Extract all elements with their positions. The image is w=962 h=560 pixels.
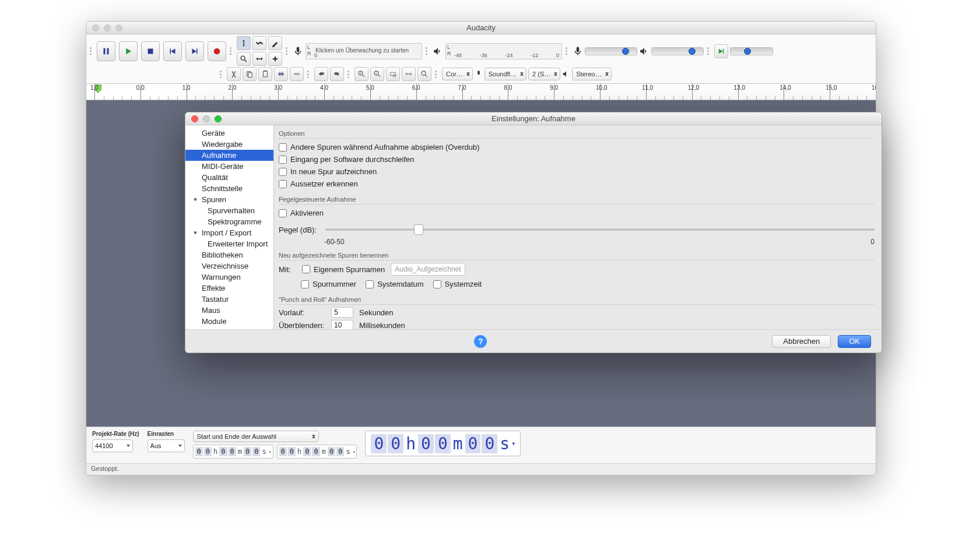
naming-own-check[interactable]: Eigenem Spurnamen xyxy=(302,263,385,276)
naming-name-input[interactable]: Audio_Aufgezeichnet xyxy=(391,263,465,276)
ok-button[interactable]: OK xyxy=(838,335,871,348)
zoom-window-icon[interactable] xyxy=(215,115,222,122)
record-meter[interactable]: LR Klicken um Überwachung zu starten 0 xyxy=(306,43,422,59)
svg-line-24 xyxy=(362,75,364,77)
svg-rect-7 xyxy=(196,48,198,54)
minimize-window-icon[interactable] xyxy=(104,24,111,31)
cut-button[interactable] xyxy=(227,67,241,81)
sidebar-item-import-export[interactable]: Import / Export xyxy=(185,227,273,238)
sidebar-item-erweiterter-import[interactable]: Erweiterter Import xyxy=(185,238,273,249)
pause-button[interactable] xyxy=(97,41,115,61)
option-overdub[interactable]: Andere Spuren während Aufnahme abspielen… xyxy=(279,141,875,153)
sidebar-item-midi-ger-te[interactable]: MIDI-Geräte xyxy=(185,161,273,172)
zoom-tool[interactable] xyxy=(237,52,251,66)
svg-line-10 xyxy=(244,59,247,62)
copy-icon xyxy=(245,70,254,78)
play-button[interactable] xyxy=(119,41,138,61)
zoom-sel-icon xyxy=(389,70,397,78)
stop-button[interactable] xyxy=(141,41,160,61)
input-device-select[interactable]: Soundfl… xyxy=(484,68,526,80)
timeline-ruler[interactable]: 1,00,01,02,03,04,05,06,07,08,09,010,011,… xyxy=(86,84,876,100)
zoom-fit-button[interactable] xyxy=(402,67,416,81)
zoom-sel-button[interactable] xyxy=(386,67,400,81)
record-icon xyxy=(212,46,222,57)
multi-tool[interactable] xyxy=(268,52,282,66)
option-new-track[interactable]: In neue Spur aufzeichnen xyxy=(279,165,875,178)
selection-tool[interactable] xyxy=(237,36,251,50)
naming-tracknum-check[interactable]: Spurnummer xyxy=(301,278,356,290)
sidebar-item-maus[interactable]: Maus xyxy=(185,305,273,316)
sidebar-item-warnungen[interactable]: Warnungen xyxy=(185,272,273,283)
sidebar-item-wiedergabe[interactable]: Wiedergabe xyxy=(185,139,273,150)
play-meter[interactable]: LR -48 -36 -24 -12 0 xyxy=(445,43,562,59)
output-device-select[interactable]: Stereo… xyxy=(572,68,611,80)
audio-host-select[interactable]: Cor… xyxy=(442,68,473,80)
silence-button[interactable] xyxy=(290,67,304,81)
input-channels-select[interactable]: 2 (S… xyxy=(528,68,560,80)
sidebar-item-bibliotheken[interactable]: Bibliotheken xyxy=(185,249,273,260)
play-at-speed-button[interactable] xyxy=(714,44,728,58)
selection-mode-select[interactable]: Start und Ende der Auswahl xyxy=(193,431,319,442)
sidebar-item-tastatur[interactable]: Tastatur xyxy=(185,294,273,305)
trim-button[interactable] xyxy=(274,67,288,81)
draw-tool[interactable] xyxy=(268,36,282,50)
selection-end-time[interactable]: 00h 00m 00s▾ xyxy=(277,445,357,459)
zoom-toggle-icon xyxy=(420,70,429,78)
sidebar-item-module[interactable]: Module xyxy=(185,316,273,327)
snap-select[interactable]: Aus xyxy=(148,439,185,452)
sidebar-item-schnittstelle[interactable]: Schnittstelle xyxy=(185,183,273,194)
zoom-toggle-button[interactable] xyxy=(417,67,431,81)
skip-start-button[interactable] xyxy=(163,41,182,61)
zoom-in-button[interactable] xyxy=(354,67,368,81)
level-enable-check[interactable]: Aktivieren xyxy=(279,207,875,219)
envelope-tool[interactable] xyxy=(252,36,266,50)
sidebar-item-spektrogramme[interactable]: Spektrogramme xyxy=(185,216,273,227)
level-slider[interactable] xyxy=(325,224,875,235)
skip-end-button[interactable] xyxy=(185,41,204,61)
sidebar-item-ger-te[interactable]: Geräte xyxy=(185,128,273,139)
record-volume-slider[interactable] xyxy=(585,47,637,55)
redo-button[interactable] xyxy=(330,67,344,81)
prefs-content: Optionen Andere Spuren während Aufnahme … xyxy=(274,125,882,329)
paste-button[interactable] xyxy=(258,67,272,81)
cancel-button[interactable]: Abbrechen xyxy=(772,335,831,348)
naming-sysdate-check[interactable]: Systemdatum xyxy=(366,278,423,290)
playback-volume-slider[interactable] xyxy=(651,47,704,55)
audio-position-display[interactable]: 00h 00m 00s▾ xyxy=(365,431,521,456)
naming-systime-check[interactable]: Systemzeit xyxy=(433,278,482,290)
crossfade-input[interactable]: 10 xyxy=(331,320,353,329)
help-button[interactable]: ? xyxy=(474,335,487,348)
dialog-title: Einstellungen: Aufnahme xyxy=(185,114,882,123)
zoom-window-icon[interactable] xyxy=(115,24,122,31)
project-rate-input[interactable]: 44100 xyxy=(92,439,133,452)
close-window-icon[interactable] xyxy=(92,24,99,31)
zoom-out-icon xyxy=(373,70,381,78)
sidebar-item-verzeichnisse[interactable]: Verzeichnisse xyxy=(185,260,273,272)
sidebar-item-qualit-t[interactable]: Qualität xyxy=(185,172,273,183)
paste-icon xyxy=(261,70,269,78)
section-punch-title: "Punch and Roll" Aufnahmen xyxy=(279,294,875,305)
selection-start-time[interactable]: 00h 00m 00s▾ xyxy=(193,445,273,459)
playback-speed-slider[interactable] xyxy=(730,47,773,55)
svg-point-32 xyxy=(422,71,426,75)
stop-icon xyxy=(145,46,156,57)
sidebar-item-aufnahme[interactable]: Aufnahme xyxy=(185,150,273,161)
copy-button[interactable] xyxy=(243,67,257,81)
undo-button[interactable] xyxy=(314,67,328,81)
speaker-icon[interactable] xyxy=(433,46,443,57)
preroll-input[interactable]: 5 xyxy=(331,307,353,318)
svg-rect-30 xyxy=(391,72,395,76)
timeshift-tool-icon xyxy=(255,55,264,63)
trim-icon xyxy=(277,70,285,78)
sidebar-item-effekte[interactable]: Effekte xyxy=(185,283,273,294)
option-software-playthrough[interactable]: Eingang per Software durchschleifen xyxy=(279,153,875,165)
sidebar-item-spuren[interactable]: Spuren xyxy=(185,194,273,205)
option-detect-droputs[interactable]: Aussetzer erkennen xyxy=(279,178,875,190)
timeshift-tool[interactable] xyxy=(252,52,266,66)
close-icon[interactable] xyxy=(191,115,198,122)
mic-icon[interactable] xyxy=(293,46,303,57)
crossfade-unit: Millisekunden xyxy=(359,321,405,330)
sidebar-item-spurverhalten[interactable]: Spurverhalten xyxy=(185,205,273,216)
zoom-out-button[interactable] xyxy=(370,67,384,81)
record-button[interactable] xyxy=(208,41,226,61)
